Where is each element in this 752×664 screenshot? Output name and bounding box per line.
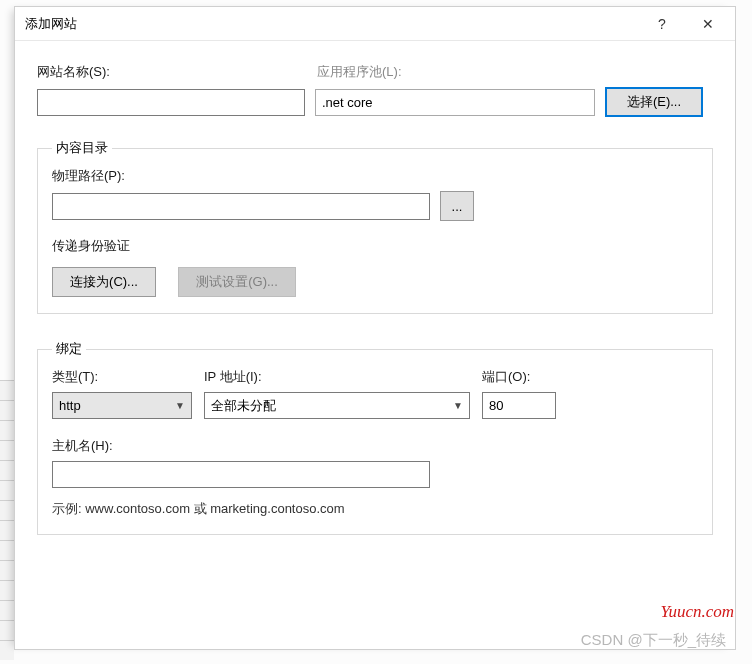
site-name-label: 网站名称(S): — [37, 63, 317, 81]
select-app-pool-button[interactable]: 选择(E)... — [605, 87, 703, 117]
binding-labels-row: 类型(T): IP 地址(I): 端口(O): — [52, 368, 698, 386]
top-fields-row: .net core 选择(E)... — [37, 87, 713, 117]
site-name-input[interactable] — [37, 89, 305, 116]
top-labels-row: 网站名称(S): 应用程序池(L): — [37, 63, 713, 81]
ip-label: IP 地址(I): — [204, 368, 482, 386]
connect-as-button[interactable]: 连接为(C)... — [52, 267, 156, 297]
type-select[interactable]: http ▼ — [52, 392, 192, 419]
binding-group: 绑定 类型(T): IP 地址(I): 端口(O): http ▼ 全部未分配 … — [37, 340, 713, 535]
app-pool-field: .net core — [315, 89, 595, 116]
chevron-down-icon: ▼ — [453, 400, 463, 411]
host-example-text: 示例: www.contoso.com 或 marketing.contoso.… — [52, 500, 698, 518]
close-icon: ✕ — [702, 16, 714, 32]
type-label: 类型(T): — [52, 368, 204, 386]
port-label: 端口(O): — [482, 368, 698, 386]
browse-button[interactable]: ... — [440, 191, 474, 221]
watermark-csdn: CSDN @下一秒_待续 — [581, 631, 726, 650]
binding-fields-row: http ▼ 全部未分配 ▼ — [52, 392, 698, 419]
ip-select-value: 全部未分配 — [211, 397, 276, 415]
type-select-value: http — [59, 398, 81, 413]
content-directory-legend: 内容目录 — [52, 139, 112, 157]
auth-buttons-row: 连接为(C)... 测试设置(G)... — [52, 267, 698, 297]
port-input[interactable] — [482, 392, 556, 419]
close-button[interactable]: ✕ — [685, 8, 731, 40]
help-button[interactable]: ? — [639, 8, 685, 40]
content-directory-group: 内容目录 物理路径(P): ... 传递身份验证 连接为(C)... 测试设置(… — [37, 139, 713, 314]
host-input[interactable] — [52, 461, 430, 488]
add-website-dialog: 添加网站 ? ✕ 网站名称(S): 应用程序池(L): .net core 选择… — [14, 6, 736, 650]
window-title: 添加网站 — [25, 15, 77, 33]
background-edge — [0, 380, 14, 660]
host-label: 主机名(H): — [52, 437, 698, 455]
help-icon: ? — [658, 16, 666, 32]
physical-path-label: 物理路径(P): — [52, 167, 698, 185]
titlebar: 添加网站 ? ✕ — [15, 7, 735, 41]
physical-path-input[interactable] — [52, 193, 430, 220]
dialog-body: 网站名称(S): 应用程序池(L): .net core 选择(E)... 内容… — [15, 41, 735, 545]
ip-select[interactable]: 全部未分配 ▼ — [204, 392, 470, 419]
binding-legend: 绑定 — [52, 340, 86, 358]
passthrough-auth-label: 传递身份验证 — [52, 237, 698, 255]
chevron-down-icon: ▼ — [175, 400, 185, 411]
test-settings-button: 测试设置(G)... — [178, 267, 296, 297]
watermark-yuucn: Yuucn.com — [660, 602, 734, 622]
app-pool-label: 应用程序池(L): — [317, 63, 713, 81]
physical-path-row: ... — [52, 191, 698, 221]
